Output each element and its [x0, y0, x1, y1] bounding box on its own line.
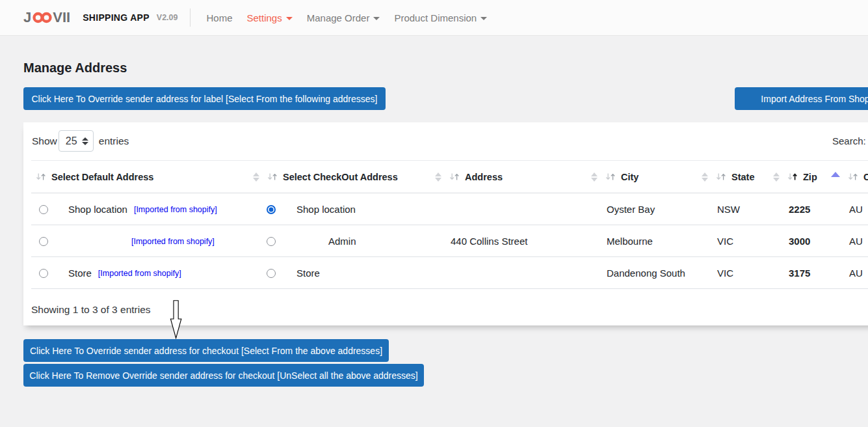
- table-toolbar: Show 25 entries Search:: [31, 130, 868, 152]
- table-info: Showing 1 to 3 of 3 entries: [31, 304, 151, 316]
- table-row: Shop location[Imported from shopify] Sho…: [31, 193, 868, 225]
- sort-carets-icon: [831, 172, 840, 182]
- chevron-down-icon: [480, 17, 487, 20]
- top-navbar: J VII SHIPPING APP V2.09 Home Settings M…: [0, 0, 868, 36]
- sort-arrows-icon: [605, 172, 616, 181]
- page-title: Manage Address: [23, 61, 127, 76]
- navbar-divider: [190, 8, 191, 27]
- sort-carets-icon: [253, 172, 259, 182]
- table-row: [Imported from shopify] Admin 440 Collin…: [31, 225, 868, 257]
- state-cell: VIC: [711, 257, 783, 289]
- default-address-name: Store: [68, 268, 92, 279]
- city-cell: Oyster Bay: [601, 193, 711, 225]
- table-header: Select Default Address Select CheckOut A…: [31, 161, 868, 193]
- imported-from-shopify-label: [Imported from shopify]: [98, 269, 181, 278]
- sort-arrows-icon: [787, 172, 798, 181]
- default-address-radio[interactable]: [39, 269, 48, 278]
- shipping-app-page: J VII SHIPPING APP V2.09 Home Settings M…: [0, 0, 868, 427]
- country-cell: AU: [843, 225, 868, 257]
- page-length-select[interactable]: 25: [59, 130, 94, 152]
- nav-item-settings[interactable]: Settings: [240, 12, 300, 23]
- address-cell: [445, 193, 601, 225]
- nav-item-product-dimension[interactable]: Product Dimension: [387, 12, 494, 23]
- city-cell: Dandenong South: [601, 257, 711, 289]
- column-header-select-default-address[interactable]: Select Default Address: [31, 161, 263, 193]
- address-table: Select Default Address Select CheckOut A…: [31, 160, 868, 289]
- zip-cell: 2225: [783, 193, 843, 225]
- sort-carets-icon: [591, 172, 598, 182]
- show-label: Show: [32, 135, 57, 147]
- column-header-state[interactable]: State: [711, 161, 783, 193]
- default-address-radio[interactable]: [39, 205, 48, 214]
- joovii-logo: J VII: [23, 10, 70, 25]
- spinner-icon: [82, 137, 88, 145]
- app-name: SHIPPING APP: [83, 12, 150, 23]
- chevron-down-icon: [373, 17, 380, 20]
- imported-from-shopify-label: [Imported from shopify]: [134, 205, 217, 214]
- checkout-address-name: Shop location: [296, 204, 356, 215]
- default-address-radio[interactable]: [39, 237, 48, 246]
- override-label-button[interactable]: Click Here To Override sender address fo…: [23, 87, 386, 110]
- sort-arrows-icon: [36, 172, 46, 181]
- sort-carets-icon: [435, 172, 441, 182]
- nav-item-manage-order[interactable]: Manage Order: [300, 12, 388, 23]
- default-address-name: Shop location: [68, 204, 127, 215]
- address-cell: 440 Collins Street: [445, 225, 601, 257]
- column-header-city[interactable]: City: [601, 161, 711, 193]
- checkout-address-radio[interactable]: [267, 237, 276, 246]
- address-cell: [445, 257, 601, 289]
- zip-cell: 3000: [783, 225, 843, 257]
- state-cell: NSW: [711, 193, 783, 225]
- column-header-select-checkout-address[interactable]: Select CheckOut Address: [263, 161, 445, 193]
- entries-label: entries: [99, 135, 129, 147]
- logo-letters-vii: VII: [53, 10, 70, 25]
- checkout-address-radio[interactable]: [267, 269, 276, 278]
- infinity-icon: [33, 12, 52, 23]
- imported-from-shopify-label: [Imported from shopify]: [131, 237, 215, 246]
- down-arrow-annotation: [170, 300, 183, 339]
- country-cell: AU: [843, 257, 868, 289]
- app-version: V2.09: [157, 13, 178, 22]
- column-header-address[interactable]: Address: [445, 161, 601, 193]
- zip-cell: 3175: [783, 257, 843, 289]
- checkout-address-radio[interactable]: [267, 205, 276, 214]
- column-header-country[interactable]: Country: [843, 161, 868, 193]
- address-table-card: Show 25 entries Search: Select Default A…: [23, 122, 868, 325]
- import-address-button[interactable]: Import Address From Shopify: [735, 87, 868, 110]
- sort-arrows-icon: [848, 172, 858, 181]
- brand[interactable]: J VII SHIPPING APP V2.09: [23, 10, 178, 25]
- checkout-address-name: Store: [296, 268, 320, 279]
- search-label: Search:: [832, 135, 866, 146]
- table-row: Store[Imported from shopify] Store Dande…: [31, 257, 868, 289]
- sort-carets-icon: [773, 172, 780, 182]
- page-length-group: Show 25 entries: [32, 130, 129, 152]
- page-length-value: 25: [66, 135, 77, 147]
- table-body: Shop location[Imported from shopify] Sho…: [31, 193, 868, 289]
- country-cell: AU: [843, 193, 868, 225]
- sort-arrows-icon: [267, 172, 278, 181]
- sort-arrows-icon: [716, 172, 726, 181]
- search-group: Search:: [832, 130, 868, 152]
- nav-item-home[interactable]: Home: [200, 12, 240, 23]
- remove-override-checkout-button[interactable]: Click Here To Remove Override sender add…: [23, 364, 424, 387]
- override-checkout-button[interactable]: Click Here To Override sender address fo…: [23, 339, 389, 362]
- sort-arrows-icon: [449, 172, 460, 181]
- checkout-address-name: Admin: [328, 236, 356, 247]
- logo-letter-j: J: [23, 10, 31, 25]
- sort-carets-icon: [702, 172, 708, 182]
- state-cell: VIC: [711, 225, 783, 257]
- city-cell: Melbourne: [601, 225, 711, 257]
- nav-links: Home Settings Manage Order Product Dimen…: [200, 12, 495, 23]
- column-header-zip[interactable]: Zip: [783, 161, 843, 193]
- chevron-down-icon: [286, 17, 293, 20]
